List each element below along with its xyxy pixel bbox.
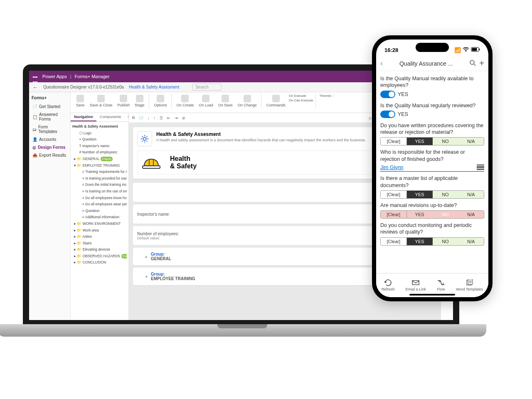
- segment-control[interactable]: [Clear]YESNON/A: [380, 137, 484, 145]
- ribbon-onsave[interactable]: On Save: [217, 94, 234, 108]
- search-input[interactable]: Search: [192, 84, 222, 91]
- sidebar-item-design[interactable]: ◎ Design Forms: [32, 143, 68, 151]
- ribbon-onexecute[interactable]: On Execute: [289, 94, 313, 98]
- question-text: Are manual revisions up-to-date?: [380, 202, 484, 209]
- tree-item[interactable]: ▸ 📁 Stairs: [72, 240, 127, 247]
- tb-down-icon[interactable]: ↓: [148, 116, 150, 120]
- toggle-switch[interactable]: YES: [380, 111, 408, 118]
- tab-flow[interactable]: Flow: [437, 279, 445, 291]
- segment-control[interactable]: [Clear]YESNON/A: [380, 237, 484, 246]
- ribbon-stage[interactable]: Stage: [133, 94, 146, 108]
- tb-list-icon[interactable]: ☰: [160, 116, 163, 120]
- sidebar-item-get-started[interactable]: 📄 Get Started: [32, 103, 68, 111]
- tb-up-icon[interactable]: ↑: [154, 116, 156, 120]
- tab-refresh[interactable]: Refresh: [382, 279, 395, 291]
- gear-icon: [137, 131, 152, 146]
- ribbon-publish[interactable]: Publish: [116, 94, 132, 108]
- plus-icon[interactable]: +: [479, 59, 484, 68]
- segment-option[interactable]: YES: [407, 191, 433, 198]
- segment-option[interactable]: NO: [433, 191, 458, 198]
- menu-icon[interactable]: [477, 164, 484, 171]
- segment-control[interactable]: [Clear]YESNON/A: [380, 190, 484, 199]
- tab-snippets[interactable]: Snippets: [124, 113, 129, 121]
- svg-line-7: [474, 64, 475, 66]
- search-icon[interactable]: [469, 59, 476, 68]
- tab-word-templates[interactable]: Word Templates: [456, 279, 483, 291]
- tree-item[interactable]: ≡ Does the initial training include a re…: [72, 182, 127, 188]
- segment-option[interactable]: [Clear]: [381, 191, 407, 198]
- tree-item[interactable]: ≡ Question: [72, 208, 127, 214]
- tree-item[interactable]: ▸ 📁 Work area: [72, 227, 127, 234]
- question-text: Is there a master list of applicable doc…: [380, 175, 484, 189]
- ribbon-save[interactable]: Save: [74, 94, 86, 108]
- segment-option[interactable]: NO: [433, 238, 458, 245]
- tree-item[interactable]: ⬡ Logo: [72, 130, 127, 137]
- tree-item[interactable]: ▸ 📁 WORK ENVIRONMENT: [72, 221, 127, 227]
- tree-item[interactable]: ▸ 📁 OBSERVED HAZARDS 5 items: [72, 253, 127, 260]
- dynamic-island: [416, 43, 449, 52]
- svg-point-6: [470, 60, 474, 64]
- home-indicator[interactable]: [409, 294, 455, 296]
- svg-rect-4: [472, 48, 477, 51]
- signal-icon: 📶: [454, 47, 461, 53]
- ribbon-commands[interactable]: Commands: [265, 94, 287, 108]
- tree-item[interactable]: ▾ 📁 EMPLOYEE TRAINING: [72, 163, 127, 169]
- segment-option[interactable]: N/A: [458, 238, 484, 245]
- tb-outdent-icon[interactable]: ⇤: [167, 116, 170, 120]
- tab-navigation[interactable]: Navigation: [71, 113, 96, 121]
- back-icon[interactable]: ‹: [380, 59, 383, 68]
- tree-item[interactable]: T Inspector's name:: [72, 143, 127, 150]
- tree-item[interactable]: ▸ 📁 Elevating devices: [72, 246, 127, 253]
- question-text: Do you have written procedures covering …: [380, 122, 484, 136]
- segment-option[interactable]: NO: [433, 138, 458, 145]
- tb-paste-icon[interactable]: 📄: [139, 116, 143, 120]
- ribbon-themes[interactable]: Themes: [319, 94, 331, 98]
- hardhat-icon: [141, 154, 162, 171]
- sidebar-item-export[interactable]: 📤 Export Results: [32, 151, 68, 159]
- ribbon-options[interactable]: Options: [153, 94, 169, 108]
- tree-item[interactable]: ≡ Training requirements for manufactu...: [72, 169, 127, 175]
- breadcrumb-form[interactable]: Health & Safety Assesment: [129, 85, 179, 89]
- tree-item[interactable]: ≡ Is training provided for each person .…: [72, 175, 127, 182]
- ribbon-oncreate[interactable]: On Create: [175, 94, 196, 108]
- segment-control[interactable]: [Clear]YESNON/A: [380, 210, 484, 219]
- tab-email[interactable]: Email a Link: [406, 279, 426, 291]
- tb-copy-icon[interactable]: ⧉: [132, 116, 135, 120]
- tb-indent-icon[interactable]: ⇥: [175, 116, 178, 120]
- sidebar-item-answered[interactable]: 📋 Answered Forms: [32, 111, 68, 123]
- segment-option[interactable]: YES: [407, 211, 433, 218]
- tb-delete-icon[interactable]: ⊘: [182, 116, 185, 120]
- tab-components[interactable]: Components: [96, 113, 124, 121]
- tree-item[interactable]: ≡ Additional information:: [72, 214, 127, 221]
- tree-item[interactable]: ▸ 📁 GENERAL 4 items: [72, 156, 127, 163]
- segment-option[interactable]: N/A: [458, 191, 484, 198]
- ribbon-onload[interactable]: On Load: [197, 94, 215, 108]
- segment-option[interactable]: N/A: [458, 211, 484, 218]
- ribbon-save-close[interactable]: Save & Close: [88, 94, 114, 108]
- toggle-switch[interactable]: YES: [380, 91, 408, 98]
- tree-item[interactable]: ≡ Do all employees wear personal pro...: [72, 201, 127, 208]
- segment-option[interactable]: YES: [407, 238, 433, 245]
- question-text: Who is responsible for the release or re…: [380, 149, 484, 163]
- breadcrumb-designer[interactable]: Questionnaire Designer v17.0.0-e12531e0a: [43, 85, 124, 89]
- svg-rect-1: [143, 166, 160, 168]
- segment-option[interactable]: [Clear]: [381, 211, 407, 218]
- back-icon[interactable]: ←: [32, 84, 38, 91]
- tree-item[interactable]: ≡ Question: [72, 136, 127, 143]
- ribbon-onchange[interactable]: On Change: [236, 94, 259, 108]
- segment-option[interactable]: [Clear]: [381, 138, 407, 145]
- waffle-icon[interactable]: [32, 74, 38, 79]
- segment-option[interactable]: [Clear]: [381, 238, 407, 245]
- ribbon-oncanexecute[interactable]: On Can Execute: [289, 99, 313, 102]
- text-input[interactable]: Jim Glynn: [380, 163, 484, 172]
- sidebar-item-accounts[interactable]: 👤 Accounts: [32, 135, 68, 143]
- segment-option[interactable]: NO: [433, 211, 458, 218]
- tree-item[interactable]: # Number of employees:: [72, 149, 127, 156]
- segment-option[interactable]: YES: [407, 138, 433, 145]
- segment-option[interactable]: N/A: [458, 138, 484, 145]
- tree-item[interactable]: ▸ 📁 Aisles: [72, 234, 127, 240]
- tree-item[interactable]: ≡ Do all employees know how to get fi...: [72, 195, 127, 202]
- tree-item[interactable]: ▸ 📁 CONCLUSION: [72, 259, 127, 266]
- tree-item[interactable]: ≡ Is training on the use of emergency ..…: [72, 188, 127, 195]
- sidebar-item-templates[interactable]: 🗂 Form Templates: [32, 123, 68, 135]
